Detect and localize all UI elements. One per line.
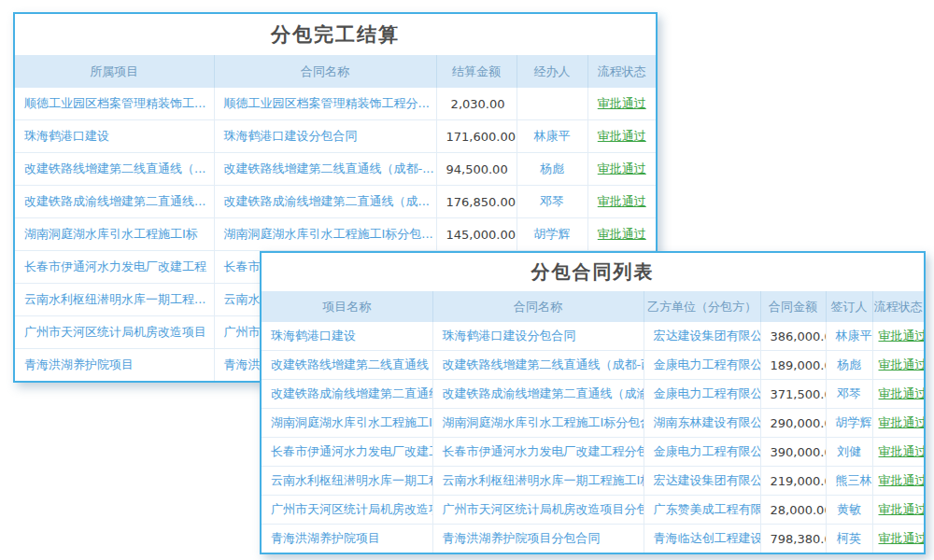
- status-link[interactable]: 审批通过: [872, 496, 924, 525]
- column-header: 所属项目: [15, 55, 214, 88]
- signer-name: 林康平: [826, 322, 872, 351]
- table-row: 湖南洞庭湖水库引水工程施工I标湖南洞庭湖水库引水工程施工I标分包...145,0…: [15, 218, 656, 251]
- project-link[interactable]: 顺德工业园区档案管理精装饰工...: [15, 88, 214, 120]
- column-header: 合同金额: [760, 291, 826, 322]
- amount-value: 219,000.00: [760, 467, 826, 496]
- signer-name: 柯英: [826, 525, 872, 553]
- amount-value: 189,000.00: [760, 351, 826, 380]
- signer-name: 熊三林: [826, 467, 872, 496]
- settlement-title: 分包完工结算: [15, 14, 656, 55]
- contract-link[interactable]: 湖南洞庭湖水库引水工程施工I标分包...: [214, 218, 436, 251]
- column-header: 合同名称: [432, 291, 644, 322]
- amount-value: 386,000.00: [760, 322, 826, 351]
- contract-link[interactable]: 青海洪湖养护院项目分包合同: [432, 525, 644, 553]
- project-link[interactable]: 青海洪湖养护院项目: [15, 349, 214, 382]
- status-link[interactable]: 审批通过: [587, 153, 656, 186]
- status-link[interactable]: 审批通过: [872, 467, 924, 496]
- table-row: 云南水利枢纽潜明水库一期工程...云南水利枢纽潜明水库一期工程施工I标...宏达…: [262, 467, 924, 496]
- contract-link[interactable]: 广州市天河区统计局机房改造项目分包...: [432, 496, 644, 525]
- amount-value: 171,600.00: [436, 120, 517, 153]
- contract-link[interactable]: 湖南洞庭湖水库引水工程施工I标分包合同: [432, 409, 644, 438]
- table-row: 珠海鹤港口建设珠海鹤港口建设分包合同171,600.00林康平审批通过: [15, 120, 656, 153]
- table-row: 顺德工业园区档案管理精装饰工...顺德工业园区档案管理精装饰工程分...2,03…: [15, 88, 656, 120]
- table-row: 改建铁路线增建第二线直通线（...改建铁路线增建第二线直通线（成都-...94,…: [15, 153, 656, 186]
- contract-link[interactable]: 长春市伊通河水力发电厂改建工程分包...: [432, 438, 644, 467]
- amount-value: 798,380.00: [760, 525, 826, 553]
- status-link[interactable]: 审批通过: [587, 88, 656, 120]
- table-row: 珠海鹤港口建设珠海鹤港口建设分包合同宏达建设集团有限公司386,000.00林康…: [262, 322, 924, 351]
- status-link[interactable]: 审批通过: [872, 380, 924, 409]
- status-link[interactable]: 审批通过: [872, 525, 924, 553]
- project-link[interactable]: 长春市伊通河水力发电厂改建工程: [262, 438, 432, 467]
- project-link[interactable]: 珠海鹤港口建设: [15, 120, 214, 153]
- party-b-name: 广东赞美成工程有限...: [644, 496, 760, 525]
- project-link[interactable]: 改建铁路线增建第二线直通线（...: [15, 153, 214, 186]
- amount-value: 390,000.00: [760, 438, 826, 467]
- project-link[interactable]: 改建铁路成渝线增建第二直通线...: [15, 186, 214, 218]
- amount-value: 94,500.00: [436, 153, 517, 186]
- contract-link[interactable]: 珠海鹤港口建设分包合同: [214, 120, 436, 153]
- status-link[interactable]: 审批通过: [587, 218, 656, 251]
- status-link[interactable]: 审批通过: [872, 409, 924, 438]
- status-link[interactable]: 审批通过: [872, 322, 924, 351]
- party-b-name: 宏达建设集团有限公司: [644, 467, 760, 496]
- project-link[interactable]: 广州市天河区统计局机房改造项目: [262, 496, 432, 525]
- contract-link[interactable]: 云南水利枢纽潜明水库一期工程施工I标...: [432, 467, 644, 496]
- signer-name: 邓琴: [826, 380, 872, 409]
- contract-link[interactable]: 珠海鹤港口建设分包合同: [432, 322, 644, 351]
- table-row: 广州市天河区统计局机房改造项目广州市天河区统计局机房改造项目分包...广东赞美成…: [262, 496, 924, 525]
- contract-list-window: 分包合同列表 项目名称合同名称乙方单位（分包方）合同金额签订人流程状态 珠海鹤港…: [260, 251, 926, 554]
- signer-name: 杨彪: [826, 351, 872, 380]
- status-link[interactable]: 审批通过: [587, 120, 656, 153]
- column-header: 流程状态: [872, 291, 924, 322]
- contract-link[interactable]: 改建铁路成渝线增建第二直通线（成...: [214, 186, 436, 218]
- project-link[interactable]: 长春市伊通河水力发电厂改建工程: [15, 251, 214, 284]
- table-row: 青海洪湖养护院项目青海洪湖养护院项目分包合同青海临达创工程建设...798,38…: [262, 525, 924, 553]
- project-link[interactable]: 湖南洞庭湖水库引水工程施工I标: [262, 409, 432, 438]
- party-b-name: 金康电力工程有限公司: [644, 351, 760, 380]
- handler-name: 林康平: [517, 120, 587, 153]
- contract-link[interactable]: 顺德工业园区档案管理精装饰工程分...: [214, 88, 436, 120]
- project-link[interactable]: 湖南洞庭湖水库引水工程施工I标: [15, 218, 214, 251]
- settlement-header-row: 所属项目合同名称结算金额经办人流程状态: [15, 55, 656, 88]
- table-row: 湖南洞庭湖水库引水工程施工I标湖南洞庭湖水库引水工程施工I标分包合同湖南东林建设…: [262, 409, 924, 438]
- party-b-name: 金康电力工程有限公司: [644, 380, 760, 409]
- contract-list-title: 分包合同列表: [262, 253, 924, 291]
- party-b-name: 湖南东林建设有限公司: [644, 409, 760, 438]
- table-row: 长春市伊通河水力发电厂改建工程长春市伊通河水力发电厂改建工程分包...金康电力工…: [262, 438, 924, 467]
- amount-value: 176,850.00: [436, 186, 517, 218]
- contract-link[interactable]: 改建铁路线增建第二线直通线（成都-...: [214, 153, 436, 186]
- column-header: 项目名称: [262, 291, 432, 322]
- amount-value: 290,000.00: [760, 409, 826, 438]
- table-row: 改建铁路成渝线增建第二直通线...改建铁路成渝线增建第二直通线（成...176,…: [15, 186, 656, 218]
- amount-value: 145,000.00: [436, 218, 517, 251]
- project-link[interactable]: 云南水利枢纽潜明水库一期工程...: [262, 467, 432, 496]
- project-link[interactable]: 广州市天河区统计局机房改造项目: [15, 316, 214, 349]
- party-b-name: 宏达建设集团有限公司: [644, 322, 760, 351]
- project-link[interactable]: 云南水利枢纽潜明水库一期工程...: [15, 284, 214, 316]
- status-link[interactable]: 审批通过: [872, 351, 924, 380]
- contract-link[interactable]: 改建铁路线增建第二线直通线（成都-西...: [432, 351, 644, 380]
- project-link[interactable]: 改建铁路成渝线增建第二直通线...: [262, 380, 432, 409]
- contract-link[interactable]: 改建铁路成渝线增建第二直通线（成渝...: [432, 380, 644, 409]
- column-header: 合同名称: [214, 55, 436, 88]
- project-link[interactable]: 改建铁路线增建第二线直通线（...: [262, 351, 432, 380]
- status-link[interactable]: 审批通过: [587, 186, 656, 218]
- signer-name: 胡学辉: [826, 409, 872, 438]
- signer-name: 黄敏: [826, 496, 872, 525]
- project-link[interactable]: 珠海鹤港口建设: [262, 322, 432, 351]
- project-link[interactable]: 青海洪湖养护院项目: [262, 525, 432, 553]
- column-header: 流程状态: [587, 55, 656, 88]
- status-link[interactable]: 审批通过: [872, 438, 924, 467]
- contract-header-row: 项目名称合同名称乙方单位（分包方）合同金额签订人流程状态: [262, 291, 924, 322]
- column-header: 签订人: [826, 291, 872, 322]
- column-header: 结算金额: [436, 55, 517, 88]
- party-b-name: 金康电力工程有限公司: [644, 438, 760, 467]
- table-row: 改建铁路成渝线增建第二直通线...改建铁路成渝线增建第二直通线（成渝...金康电…: [262, 380, 924, 409]
- table-row: 改建铁路线增建第二线直通线（...改建铁路线增建第二线直通线（成都-西...金康…: [262, 351, 924, 380]
- amount-value: 2,030.00: [436, 88, 517, 120]
- party-b-name: 青海临达创工程建设...: [644, 525, 760, 553]
- handler-name: 杨彪: [517, 153, 587, 186]
- column-header: 经办人: [517, 55, 587, 88]
- handler-name: [517, 88, 587, 120]
